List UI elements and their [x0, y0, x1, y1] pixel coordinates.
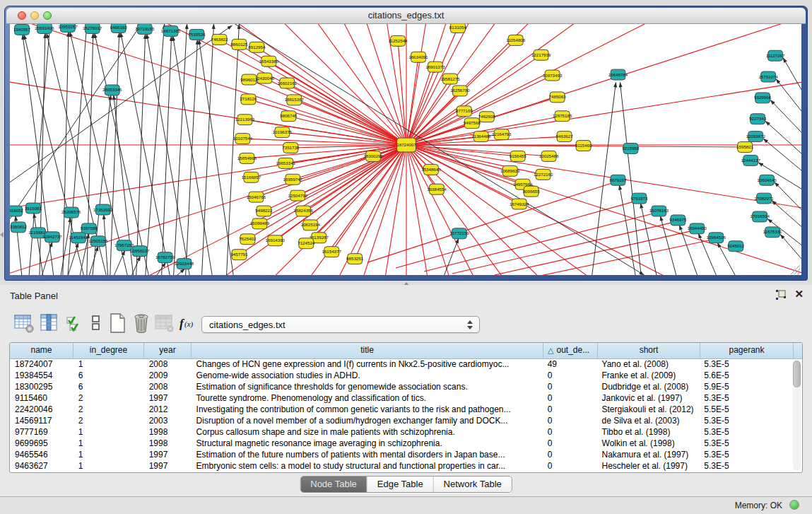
graph-node[interactable]: 8853251	[346, 254, 364, 264]
column-header-year[interactable]: year	[144, 343, 192, 358]
graph-node[interactable]: 15751074	[758, 71, 778, 82]
scrollbar-thumb[interactable]	[793, 361, 801, 387]
graph-node[interactable]: 3915081	[25, 203, 42, 214]
column-header-short[interactable]: short	[598, 343, 700, 358]
graph-node[interactable]: 12272160	[534, 169, 553, 180]
tab-node-table[interactable]: Node Table	[300, 477, 367, 492]
graph-node[interactable]: 12923448	[175, 259, 194, 269]
function-builder-icon[interactable]: f(x)	[177, 312, 199, 334]
graph-node[interactable]: 12093872	[746, 132, 765, 142]
graph-node[interactable]: 9896012	[240, 74, 258, 85]
graph-node[interactable]: 16944450	[688, 223, 707, 234]
graph-node[interactable]: 16078163	[649, 206, 669, 216]
graph-node[interactable]: 10604643	[757, 175, 777, 185]
unmerge-rows-icon[interactable]	[85, 312, 107, 334]
graph-node[interactable]: 17082971	[754, 193, 774, 204]
graph-node[interactable]: 15099489	[250, 218, 270, 229]
float-window-icon[interactable]	[775, 289, 787, 300]
graph-node[interactable]: 9215958	[622, 144, 640, 154]
tab-network-table[interactable]: Network Table	[434, 477, 512, 492]
table-row[interactable]: 1872400712008Changes of HCN gene express…	[10, 358, 792, 370]
graph-node[interactable]: 7625402	[239, 234, 257, 245]
graph-node[interactable]: 10772159	[449, 228, 469, 239]
table-row[interactable]: 977716911998Corpus callosum shape and si…	[10, 426, 792, 438]
table-row[interactable]: 911546021997Tourette syndrome. Phenomeno…	[10, 392, 792, 404]
graph-node[interactable]: 19384554	[427, 184, 447, 194]
column-header-name[interactable]: name	[10, 343, 73, 358]
graph-node[interactable]: 12504793	[288, 190, 308, 201]
graph-node[interactable]: 9115460	[575, 141, 592, 151]
graph-node[interactable]: 16634091	[408, 52, 428, 62]
graph-node[interactable]: 16901373	[425, 62, 445, 72]
table-row[interactable]: 1456911722003Disruption of a novel membe…	[10, 415, 792, 426]
graph-node[interactable]: 9498222	[255, 206, 273, 216]
table-row[interactable]: 1938455462009Genome-wide association stu…	[10, 370, 792, 381]
graph-node[interactable]: 6466160	[110, 24, 128, 33]
table-row[interactable]: 969969511998Structural magnetic resonanc…	[10, 438, 792, 449]
graph-node[interactable]: 12505155	[88, 236, 108, 247]
graph-node[interactable]: 9329966	[754, 93, 772, 103]
graph-node[interactable]: 9156455	[510, 151, 527, 161]
graph-node[interactable]: 9806745	[280, 111, 298, 122]
graph-node[interactable]: 8860125	[230, 39, 248, 49]
network-graph[interactable]: 1940557206914061095325715276017646616010…	[10, 24, 801, 275]
graph-node[interactable]: 7124524	[298, 238, 315, 249]
network-window-titlebar[interactable]: citations_edges.txt	[6, 8, 806, 24]
graph-node[interactable]: 11252544	[389, 35, 408, 46]
graph-node[interactable]: 11054808	[506, 35, 526, 45]
graph-node[interactable]: 16154377	[322, 247, 341, 257]
graph-node[interactable]: 16959747	[283, 174, 303, 185]
graph-node[interactable]: 10825194	[301, 220, 321, 230]
graph-node[interactable]: 28053346	[102, 85, 122, 95]
graph-node[interactable]: 7351738	[282, 143, 300, 153]
graph-node[interactable]: 17016504	[750, 211, 770, 222]
graph-node[interactable]: 10958107	[130, 246, 150, 257]
graph-node[interactable]: 12217939	[531, 49, 551, 60]
close-icon[interactable]: ✕	[794, 288, 804, 300]
graph-node[interactable]: 10689639	[500, 165, 520, 176]
graph-node[interactable]: 7485063	[549, 92, 567, 103]
graph-node[interactable]: 10196375	[273, 127, 293, 138]
graph-node[interactable]: 10025488	[539, 151, 559, 161]
graph-node[interactable]: 15824356	[294, 206, 314, 216]
table-row[interactable]: 946554611997Estimation of the future num…	[10, 449, 792, 460]
graph-node[interactable]: 8912954	[248, 42, 266, 52]
graph-node[interactable]: 10107544	[233, 134, 253, 144]
graph-node[interactable]: 9346975	[669, 215, 687, 226]
graph-node[interactable]: 3350812	[10, 222, 28, 233]
graph-node[interactable]: 15854998	[237, 153, 257, 163]
graph-node[interactable]: 16671385	[161, 25, 181, 36]
graph-node[interactable]: 10953257	[58, 24, 78, 32]
graph-node[interactable]: 9245012	[727, 241, 745, 252]
table-row[interactable]: 2242004622012Investigating the contribut…	[10, 404, 792, 415]
column-header-in_degree[interactable]: in_degree	[73, 343, 144, 358]
graph-node[interactable]: 18724007	[396, 138, 416, 152]
graph-node[interactable]: 1940557	[13, 24, 31, 35]
table-row[interactable]: 946362711997Embryonic stem cells: a mode…	[10, 460, 792, 472]
sidebar-collapse-arrow-icon[interactable]	[0, 232, 4, 238]
delete-trash-icon[interactable]	[130, 312, 153, 334]
graph-node[interactable]: 8131054	[449, 24, 467, 33]
graph-node[interactable]: 15348643	[421, 164, 441, 175]
graph-node[interactable]: 9497568	[464, 118, 481, 129]
graph-node[interactable]: 12942737	[42, 232, 62, 243]
column-header-pagerank[interactable]: pagerank	[700, 343, 794, 358]
graph-node[interactable]: 2718126	[240, 94, 257, 105]
network-canvas[interactable]: 1940557206914061095325715276017646616010…	[10, 24, 801, 275]
graph-node[interactable]: 7463822	[211, 34, 228, 45]
table-selector-dropdown[interactable]: citations_edges.txt	[201, 316, 480, 333]
select-all-icon[interactable]	[64, 312, 86, 334]
graph-node[interactable]: 21364486	[471, 132, 491, 142]
graph-node[interactable]: 10964526	[706, 233, 726, 243]
graph-node[interactable]: 7515526	[189, 29, 206, 40]
graph-node[interactable]: 19653341	[276, 158, 296, 168]
column-header-out_de[interactable]: △out_de...	[543, 343, 598, 358]
graph-node[interactable]: 1595821	[736, 142, 754, 153]
graph-node[interactable]: 18815367	[285, 95, 305, 105]
table-row[interactable]: 1830029562008Estimation of significance …	[10, 381, 792, 392]
graph-node[interactable]: 16648784	[608, 69, 628, 80]
graph-node[interactable]: 8679197	[609, 175, 627, 185]
graph-node[interactable]: 26206576	[61, 207, 81, 218]
column-header-title[interactable]: title	[192, 343, 543, 358]
graph-node[interactable]: 18300295	[363, 151, 383, 161]
